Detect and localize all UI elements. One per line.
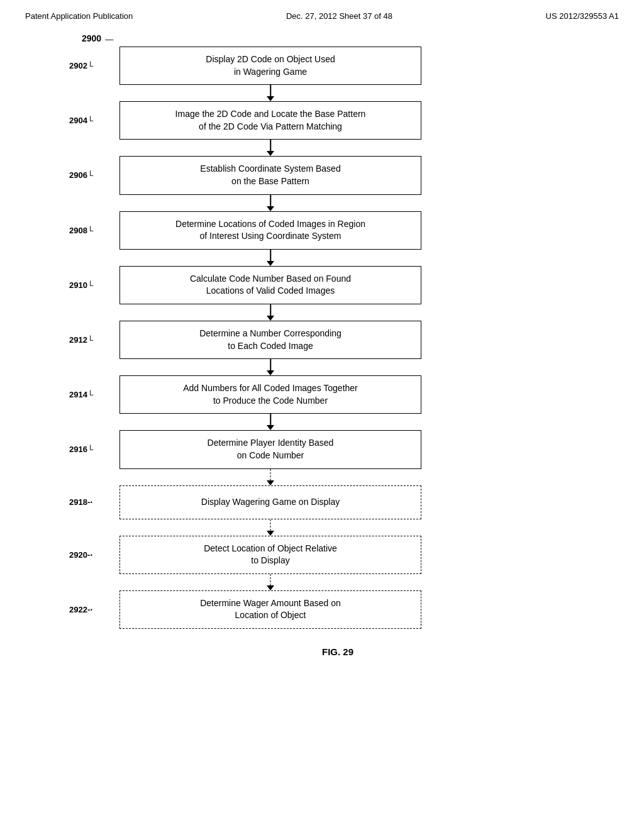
header-left: Patent Application Publication — [25, 11, 133, 21]
step-row-2910: 2910└ Calculate Code Number Based on Fou… — [69, 266, 606, 304]
arrow-2914-2916 — [119, 414, 421, 430]
step-box-2906: Establish Coordinate System Based on the… — [119, 156, 421, 194]
arrow-2908-2910 — [119, 250, 421, 266]
arrow-2918-2920 — [119, 519, 421, 536]
step-box-2922: Determine Wager Amount Based on Location… — [119, 590, 421, 629]
arrow-2904-2906 — [119, 140, 421, 156]
figure-caption: FIG. 29 — [69, 646, 606, 657]
step-row-2916: 2916└ Determine Player Identity Based on… — [69, 430, 606, 468]
step-label-2910: 2910└ — [69, 280, 119, 290]
step-row-2906: 2906└ Establish Coordinate System Based … — [69, 156, 606, 194]
arrow-2912-2914 — [119, 359, 421, 375]
step-row-2902: 2902└ Display 2D Code on Object Used in … — [69, 47, 606, 85]
step-label-2908: 2908└ — [69, 226, 119, 235]
arrow-2910-2912 — [119, 304, 421, 321]
step-box-2912: Determine a Number Corresponding to Each… — [119, 321, 421, 359]
arrow-2906-2908 — [119, 195, 421, 211]
step-box-2908: Determine Locations of Coded Images in R… — [119, 211, 421, 250]
step-row-2914: 2914└ Add Numbers for All Coded Images T… — [69, 375, 606, 414]
page-header: Patent Application Publication Dec. 27, … — [0, 0, 644, 27]
step-label-2904: 2904└ — [69, 116, 119, 125]
step-label-2912: 2912└ — [69, 335, 119, 345]
header-right: US 2012/329553 A1 — [546, 11, 619, 21]
step-row-2922: 2922‐⋅ Determine Wager Amount Based on L… — [69, 590, 606, 629]
step-box-2920: Detect Location of Object Relative to Di… — [119, 536, 421, 574]
diagram-area: 2900 — 2902└ Display 2D Code on Object U… — [0, 27, 644, 676]
step-box-2918: Display Wagering Game on Display — [119, 485, 421, 519]
step-label-2906: 2906└ — [69, 170, 119, 180]
step-label-2922: 2922‐⋅ — [69, 605, 119, 614]
step-box-2916: Determine Player Identity Based on Code … — [119, 430, 421, 468]
arrow-2916-2918 — [119, 469, 421, 485]
step-box-2902: Display 2D Code on Object Used in Wageri… — [119, 47, 421, 85]
diagram-id: 2900 — [82, 33, 101, 43]
step-row-2904: 2904└ Image the 2D Code and Locate the B… — [69, 101, 606, 140]
step-row-2912: 2912└ Determine a Number Corresponding t… — [69, 321, 606, 359]
step-box-2914: Add Numbers for All Coded Images Togethe… — [119, 375, 421, 414]
step-label-2902: 2902└ — [69, 61, 119, 70]
arrow-2920-2922 — [119, 574, 421, 590]
step-label-2914: 2914└ — [69, 390, 119, 399]
step-box-2910: Calculate Code Number Based on Found Loc… — [119, 266, 421, 304]
step-label-2920: 2920‐⋅ — [69, 550, 119, 560]
header-middle: Dec. 27, 2012 Sheet 37 of 48 — [286, 11, 392, 21]
step-label-2918: 2918‐⋅ — [69, 497, 119, 507]
step-row-2920: 2920‐⋅ Detect Location of Object Relativ… — [69, 536, 606, 574]
step-box-2904: Image the 2D Code and Locate the Base Pa… — [119, 101, 421, 140]
arrow-2902-2904 — [119, 85, 421, 101]
step-row-2918: 2918‐⋅ Display Wagering Game on Display — [69, 485, 606, 519]
step-row-2908: 2908└ Determine Locations of Coded Image… — [69, 211, 606, 250]
step-label-2916: 2916└ — [69, 445, 119, 454]
flowchart: 2902└ Display 2D Code on Object Used in … — [69, 47, 606, 629]
